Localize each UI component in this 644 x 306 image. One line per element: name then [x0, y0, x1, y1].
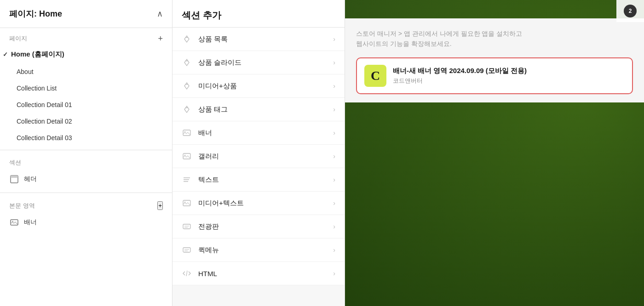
- section-menu-list: 상품 목록 › 상품 슬라이드 › 미디어+상품 ›: [172, 28, 345, 306]
- sections-label: 섹션: [9, 159, 21, 167]
- sections-label-row: 섹션: [0, 154, 172, 170]
- page-item-home-label: Home (홈페이지): [11, 50, 64, 59]
- pages-label: 페이지: [9, 34, 27, 43]
- menu-item-billboard[interactable]: 전광판 ›: [172, 215, 345, 238]
- right-content-area: 스토어 매니저 > 앱 관리에서 나에게 필요한 앱을 설치하고웹사이트의 기능…: [345, 0, 644, 306]
- image-icon: [9, 217, 19, 227]
- menu-item-left: 텍스트: [182, 175, 219, 185]
- diamond-icon-2: [182, 57, 192, 68]
- menu-item-billboard-label: 전광판: [198, 222, 219, 231]
- chevron-right-icon-9: ›: [333, 223, 335, 230]
- sidebar-collapse-button[interactable]: ∧: [157, 9, 163, 19]
- menu-item-left: 퀵메뉴: [182, 245, 219, 255]
- page-item-collection-detail-03-label: Collection Detail 03: [17, 134, 72, 142]
- app-info-text: 스토어 매니저 > 앱 관리에서 나에게 필요한 앱을 설치하고웹사이트의 기능…: [356, 28, 633, 49]
- middle-panel-header: 섹션 추가: [172, 0, 345, 28]
- chevron-right-icon-8: ›: [333, 199, 335, 207]
- page-item-collection-list[interactable]: Collection List: [0, 80, 172, 96]
- chevron-right-icon-7: ›: [333, 176, 335, 183]
- chevron-right-icon-10: ›: [333, 246, 335, 254]
- app-card-info: 배너-새 배너 영역 2024.09.09 (모바일 전용) 코드앤버터: [393, 67, 527, 85]
- section-item-header-label: 헤더: [24, 175, 37, 183]
- page-item-collection-detail-01[interactable]: Collection Detail 01: [0, 96, 172, 113]
- menu-item-html-label: HTML: [198, 270, 217, 278]
- menu-item-product-list-label: 상품 목록: [198, 35, 228, 44]
- chevron-right-icon-4: ›: [333, 106, 335, 113]
- svg-rect-1: [11, 176, 18, 178]
- menu-item-media-text[interactable]: 미디어+텍스트 ›: [172, 192, 345, 215]
- section-item-banner-label: 배너: [24, 218, 37, 227]
- code-icon: [182, 268, 192, 278]
- image-icon-2: [182, 128, 192, 138]
- menu-item-product-tag-label: 상품 태그: [198, 105, 228, 114]
- pages-section-label: 페이지 +: [0, 28, 172, 45]
- page-item-about[interactable]: About: [0, 63, 172, 80]
- notification-badge[interactable]: 2: [624, 5, 637, 17]
- menu-item-left: 미디어+상품: [182, 81, 237, 91]
- sidebar-divider-2: [0, 193, 172, 193]
- menu-item-left: 배너: [182, 128, 212, 138]
- menu-item-banner-label: 배너: [198, 129, 212, 137]
- menu-item-left: 전광판: [182, 221, 219, 232]
- app-card-icon: C: [364, 65, 386, 87]
- image-icon-4: [182, 198, 192, 208]
- app-card-title: 배너-새 배너 영역 2024.09.09 (모바일 전용): [393, 67, 527, 75]
- menu-item-media-product[interactable]: 미디어+상품 ›: [172, 74, 345, 98]
- page-item-collection-detail-02[interactable]: Collection Detail 02: [0, 113, 172, 130]
- menu-item-media-product-label: 미디어+상품: [198, 82, 237, 91]
- body-area-label: 본문 영역: [9, 202, 35, 210]
- add-section-button[interactable]: +: [157, 201, 163, 210]
- body-area-label-row: 본문 영역 +: [0, 197, 172, 213]
- diamond-icon-4: [182, 104, 192, 114]
- page-item-collection-detail-03[interactable]: Collection Detail 03: [0, 130, 172, 146]
- chevron-right-icon-5: ›: [333, 129, 335, 136]
- section-item-banner[interactable]: 배너: [0, 213, 172, 232]
- menu-item-quick-menu-label: 퀵메뉴: [198, 246, 219, 255]
- menu-item-html[interactable]: HTML ›: [172, 262, 345, 285]
- page-item-home[interactable]: ✓ Home (홈페이지): [0, 45, 172, 63]
- menu-item-text-label: 텍스트: [198, 176, 219, 184]
- app-card-letter: C: [371, 68, 380, 83]
- svg-rect-13: [183, 224, 190, 229]
- check-icon: ✓: [3, 51, 8, 58]
- sidebar-divider: [0, 150, 172, 150]
- menu-item-left: HTML: [182, 268, 217, 278]
- menu-item-gallery-label: 갤러리: [198, 152, 219, 161]
- chevron-right-icon-11: ›: [333, 270, 335, 277]
- right-top-bar: 2: [616, 0, 644, 22]
- menu-item-media-text-label: 미디어+텍스트: [198, 199, 244, 208]
- menu-item-product-slide[interactable]: 상품 슬라이드 ›: [172, 51, 345, 74]
- page-item-collection-detail-02-label: Collection Detail 02: [17, 118, 72, 125]
- svg-line-19: [186, 271, 187, 276]
- image-icon-3: [182, 151, 192, 161]
- menu-item-quick-menu[interactable]: 퀵메뉴 ›: [172, 238, 345, 262]
- chevron-right-icon-6: ›: [333, 153, 335, 160]
- diamond-icon: [182, 34, 192, 44]
- page-item-collection-list-label: Collection List: [17, 85, 57, 92]
- menu-item-banner[interactable]: 배너 ›: [172, 121, 345, 145]
- sidebar-title: 페이지: Home: [9, 8, 62, 19]
- header-icon: [9, 174, 19, 184]
- chevron-right-icon-2: ›: [333, 59, 335, 66]
- menu-item-product-list[interactable]: 상품 목록 ›: [172, 28, 345, 51]
- middle-panel: 섹션 추가 상품 목록 › 상품 슬라이드 ›: [172, 0, 345, 306]
- menu-item-gallery[interactable]: 갤러리 ›: [172, 145, 345, 168]
- section-item-header[interactable]: 헤더: [0, 170, 172, 189]
- app-card[interactable]: C 배너-새 배너 영역 2024.09.09 (모바일 전용) 코드앤버터: [356, 57, 633, 94]
- page-item-about-label: About: [17, 68, 34, 75]
- billboard-icon: [182, 221, 192, 232]
- menu-item-left: 상품 태그: [182, 104, 228, 114]
- add-page-button[interactable]: +: [158, 34, 163, 43]
- chevron-right-icon: ›: [333, 35, 335, 43]
- sidebar-header: 페이지: Home ∧: [0, 0, 172, 28]
- menu-item-left: 갤러리: [182, 151, 219, 161]
- menu-item-text[interactable]: 텍스트 ›: [172, 168, 345, 192]
- middle-panel-title: 섹션 추가: [182, 10, 221, 20]
- diamond-icon-3: [182, 81, 192, 91]
- text-icon: [182, 175, 192, 185]
- app-card-subtitle: 코드앤버터: [393, 77, 527, 85]
- left-sidebar: 페이지: Home ∧ 페이지 + ✓ Home (홈페이지) About Co…: [0, 0, 172, 306]
- menu-item-left: 상품 슬라이드: [182, 57, 242, 68]
- menu-item-product-tag[interactable]: 상품 태그 ›: [172, 98, 345, 121]
- menu-item-product-slide-label: 상품 슬라이드: [198, 58, 242, 67]
